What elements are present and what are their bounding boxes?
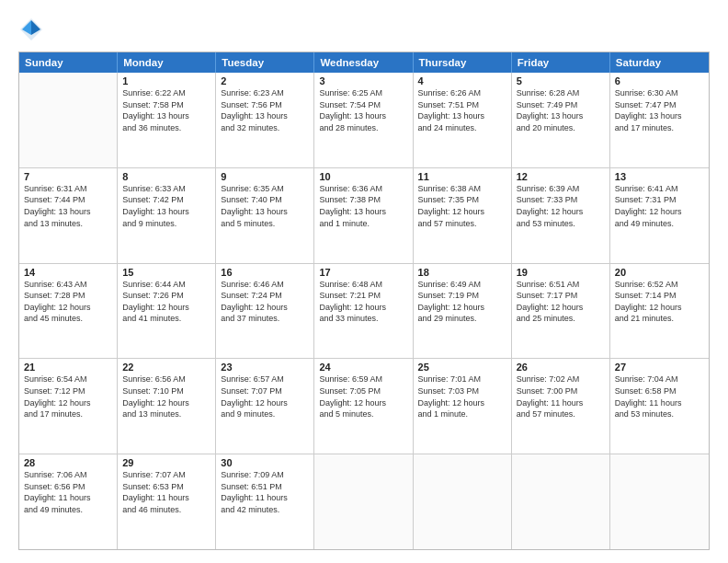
day-number: 22 (122, 362, 210, 373)
day-number: 17 (319, 267, 407, 278)
day-number: 24 (319, 362, 407, 373)
day-info: Sunrise: 6:31 AM Sunset: 7:44 PM Dayligh… (24, 183, 112, 229)
calendar-cell: 20Sunrise: 6:52 AM Sunset: 7:14 PM Dayli… (610, 264, 709, 359)
day-info: Sunrise: 6:39 AM Sunset: 7:33 PM Dayligh… (517, 183, 605, 229)
calendar-cell: 16Sunrise: 6:46 AM Sunset: 7:24 PM Dayli… (216, 264, 314, 359)
day-info: Sunrise: 7:04 AM Sunset: 6:58 PM Dayligh… (615, 373, 704, 419)
calendar-cell: 17Sunrise: 6:48 AM Sunset: 7:21 PM Dayli… (314, 264, 413, 359)
calendar-cell (610, 454, 709, 549)
calendar-header-cell: Wednesday (314, 52, 413, 73)
logo-icon (18, 17, 44, 42)
day-info: Sunrise: 7:09 AM Sunset: 6:51 PM Dayligh… (221, 469, 309, 515)
day-number: 5 (517, 75, 605, 86)
day-number: 10 (319, 171, 407, 182)
calendar-cell: 5Sunrise: 6:28 AM Sunset: 7:49 PM Daylig… (512, 73, 610, 167)
calendar-header-cell: Monday (118, 52, 216, 73)
day-info: Sunrise: 6:30 AM Sunset: 7:47 PM Dayligh… (615, 87, 704, 133)
calendar-row: 7Sunrise: 6:31 AM Sunset: 7:44 PM Daylig… (19, 167, 709, 263)
day-info: Sunrise: 6:36 AM Sunset: 7:38 PM Dayligh… (319, 183, 407, 229)
day-number: 30 (221, 457, 309, 468)
calendar-cell: 27Sunrise: 7:04 AM Sunset: 6:58 PM Dayli… (610, 359, 709, 454)
calendar-cell: 21Sunrise: 6:54 AM Sunset: 7:12 PM Dayli… (19, 359, 118, 454)
day-number: 18 (418, 267, 506, 278)
calendar-cell: 26Sunrise: 7:02 AM Sunset: 7:00 PM Dayli… (512, 359, 610, 454)
day-info: Sunrise: 6:41 AM Sunset: 7:31 PM Dayligh… (615, 183, 704, 229)
calendar-cell: 8Sunrise: 6:33 AM Sunset: 7:42 PM Daylig… (118, 168, 216, 263)
day-number: 16 (221, 267, 309, 278)
day-number: 29 (122, 457, 210, 468)
day-info: Sunrise: 6:23 AM Sunset: 7:56 PM Dayligh… (221, 87, 309, 133)
calendar-cell: 25Sunrise: 7:01 AM Sunset: 7:03 PM Dayli… (414, 359, 512, 454)
day-number: 13 (615, 171, 704, 182)
day-info: Sunrise: 6:56 AM Sunset: 7:10 PM Dayligh… (122, 373, 210, 419)
logo (18, 17, 50, 42)
header (18, 17, 710, 42)
calendar-cell: 23Sunrise: 6:57 AM Sunset: 7:07 PM Dayli… (216, 359, 314, 454)
calendar-cell: 14Sunrise: 6:43 AM Sunset: 7:28 PM Dayli… (19, 264, 118, 359)
calendar-cell: 13Sunrise: 6:41 AM Sunset: 7:31 PM Dayli… (610, 168, 709, 263)
day-number: 15 (122, 267, 210, 278)
calendar-header-cell: Saturday (610, 52, 709, 73)
day-number: 3 (319, 75, 407, 86)
calendar-body: 1Sunrise: 6:22 AM Sunset: 7:58 PM Daylig… (19, 73, 709, 549)
calendar-row: 1Sunrise: 6:22 AM Sunset: 7:58 PM Daylig… (19, 73, 709, 167)
day-info: Sunrise: 6:59 AM Sunset: 7:05 PM Dayligh… (319, 373, 407, 419)
calendar-cell: 28Sunrise: 7:06 AM Sunset: 6:56 PM Dayli… (19, 454, 118, 549)
calendar-cell: 15Sunrise: 6:44 AM Sunset: 7:26 PM Dayli… (118, 264, 216, 359)
calendar: SundayMondayTuesdayWednesdayThursdayFrid… (18, 52, 710, 550)
day-info: Sunrise: 6:38 AM Sunset: 7:35 PM Dayligh… (418, 183, 506, 229)
day-info: Sunrise: 6:25 AM Sunset: 7:54 PM Dayligh… (319, 87, 407, 133)
calendar-cell (512, 454, 610, 549)
day-info: Sunrise: 6:43 AM Sunset: 7:28 PM Dayligh… (24, 279, 112, 325)
day-number: 21 (24, 362, 112, 373)
day-info: Sunrise: 6:46 AM Sunset: 7:24 PM Dayligh… (221, 279, 309, 325)
day-number: 25 (418, 362, 506, 373)
day-number: 9 (221, 171, 309, 182)
calendar-cell (314, 454, 413, 549)
calendar-cell: 6Sunrise: 6:30 AM Sunset: 7:47 PM Daylig… (610, 73, 709, 167)
day-number: 11 (418, 171, 506, 182)
day-info: Sunrise: 7:01 AM Sunset: 7:03 PM Dayligh… (418, 373, 506, 419)
day-info: Sunrise: 6:51 AM Sunset: 7:17 PM Dayligh… (517, 279, 605, 325)
calendar-row: 14Sunrise: 6:43 AM Sunset: 7:28 PM Dayli… (19, 263, 709, 359)
calendar-cell: 18Sunrise: 6:49 AM Sunset: 7:19 PM Dayli… (414, 264, 512, 359)
calendar-header-cell: Friday (512, 52, 610, 73)
day-number: 6 (615, 75, 704, 86)
calendar-cell: 1Sunrise: 6:22 AM Sunset: 7:58 PM Daylig… (118, 73, 216, 167)
calendar-cell (414, 454, 512, 549)
day-number: 19 (517, 267, 605, 278)
day-info: Sunrise: 6:52 AM Sunset: 7:14 PM Dayligh… (615, 279, 704, 325)
day-info: Sunrise: 6:22 AM Sunset: 7:58 PM Dayligh… (122, 87, 210, 133)
day-info: Sunrise: 6:44 AM Sunset: 7:26 PM Dayligh… (122, 279, 210, 325)
calendar-cell: 24Sunrise: 6:59 AM Sunset: 7:05 PM Dayli… (314, 359, 413, 454)
calendar-cell: 22Sunrise: 6:56 AM Sunset: 7:10 PM Dayli… (118, 359, 216, 454)
page: SundayMondayTuesdayWednesdayThursdayFrid… (0, 0, 728, 563)
calendar-row: 28Sunrise: 7:06 AM Sunset: 6:56 PM Dayli… (19, 454, 709, 549)
day-info: Sunrise: 7:06 AM Sunset: 6:56 PM Dayligh… (24, 469, 112, 515)
day-number: 28 (24, 457, 112, 468)
day-number: 7 (24, 171, 112, 182)
day-number: 14 (24, 267, 112, 278)
calendar-cell: 29Sunrise: 7:07 AM Sunset: 6:53 PM Dayli… (118, 454, 216, 549)
calendar-cell: 10Sunrise: 6:36 AM Sunset: 7:38 PM Dayli… (314, 168, 413, 263)
calendar-header-row: SundayMondayTuesdayWednesdayThursdayFrid… (19, 52, 709, 73)
calendar-header-cell: Thursday (414, 52, 512, 73)
calendar-header-cell: Sunday (19, 52, 118, 73)
calendar-cell: 3Sunrise: 6:25 AM Sunset: 7:54 PM Daylig… (314, 73, 413, 167)
calendar-cell: 4Sunrise: 6:26 AM Sunset: 7:51 PM Daylig… (414, 73, 512, 167)
calendar-cell: 11Sunrise: 6:38 AM Sunset: 7:35 PM Dayli… (414, 168, 512, 263)
day-number: 1 (122, 75, 210, 86)
day-info: Sunrise: 6:35 AM Sunset: 7:40 PM Dayligh… (221, 183, 309, 229)
day-info: Sunrise: 6:54 AM Sunset: 7:12 PM Dayligh… (24, 373, 112, 419)
day-info: Sunrise: 6:33 AM Sunset: 7:42 PM Dayligh… (122, 183, 210, 229)
day-number: 20 (615, 267, 704, 278)
day-info: Sunrise: 6:49 AM Sunset: 7:19 PM Dayligh… (418, 279, 506, 325)
day-number: 2 (221, 75, 309, 86)
day-info: Sunrise: 7:07 AM Sunset: 6:53 PM Dayligh… (122, 469, 210, 515)
day-number: 12 (517, 171, 605, 182)
day-number: 27 (615, 362, 704, 373)
calendar-header-cell: Tuesday (216, 52, 314, 73)
day-info: Sunrise: 7:02 AM Sunset: 7:00 PM Dayligh… (517, 373, 605, 419)
day-info: Sunrise: 6:57 AM Sunset: 7:07 PM Dayligh… (221, 373, 309, 419)
calendar-cell: 9Sunrise: 6:35 AM Sunset: 7:40 PM Daylig… (216, 168, 314, 263)
